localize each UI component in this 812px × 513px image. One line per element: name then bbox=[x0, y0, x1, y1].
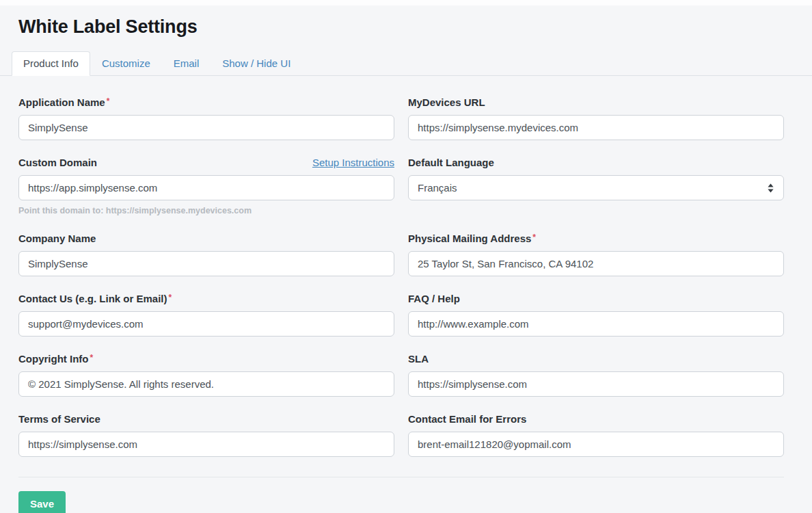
field-terms-of-service: Terms of Service bbox=[18, 412, 394, 457]
field-copyright-info: Copyright Info* bbox=[18, 352, 394, 397]
sla-input[interactable] bbox=[408, 371, 784, 397]
terms-of-service-input[interactable] bbox=[18, 432, 394, 457]
top-navbar-strip bbox=[0, 0, 812, 5]
field-faq-help: FAQ / Help bbox=[408, 291, 784, 337]
field-contact-us: Contact Us (e.g. Link or Email)* bbox=[18, 291, 394, 337]
default-language-select[interactable]: Français bbox=[408, 175, 784, 200]
field-application-name: Application Name* bbox=[18, 95, 394, 140]
contact-us-input[interactable] bbox=[18, 311, 394, 337]
required-asterisk: * bbox=[90, 353, 93, 363]
default-language-value: Français bbox=[418, 182, 457, 194]
contact-us-label: Contact Us (e.g. Link or Email)* bbox=[18, 291, 172, 306]
page-title: White Label Settings bbox=[18, 16, 784, 38]
contact-email-for-errors-label: Contact Email for Errors bbox=[408, 412, 526, 426]
field-physical-mailing-address: Physical Mailing Address* bbox=[408, 231, 784, 276]
product-info-form: Application Name* MyDevices URL Custom D… bbox=[18, 76, 784, 457]
tab-show-hide-ui[interactable]: Show / Hide UI bbox=[211, 51, 302, 76]
mydevices-url-label: MyDevices URL bbox=[408, 95, 485, 109]
contact-email-for-errors-input[interactable] bbox=[408, 432, 784, 457]
form-divider bbox=[18, 477, 784, 477]
setup-instructions-link[interactable]: Setup Instructions bbox=[312, 157, 394, 168]
field-mydevices-url: MyDevices URL bbox=[408, 95, 784, 140]
faq-help-label: FAQ / Help bbox=[408, 291, 460, 306]
field-default-language: Default Language Français bbox=[408, 155, 784, 216]
terms-of-service-label: Terms of Service bbox=[18, 412, 100, 426]
faq-help-input[interactable] bbox=[408, 311, 784, 337]
company-name-label: Company Name bbox=[18, 231, 96, 246]
custom-domain-label: Custom Domain bbox=[18, 155, 97, 170]
application-name-label: Application Name* bbox=[18, 95, 109, 109]
mydevices-url-input[interactable] bbox=[408, 115, 784, 140]
field-sla: SLA bbox=[408, 352, 784, 397]
settings-tabs: Product Info Customize Email Show / Hide… bbox=[0, 51, 812, 76]
required-asterisk: * bbox=[107, 96, 110, 106]
white-label-settings-page: White Label Settings Product Info Custom… bbox=[0, 5, 812, 513]
field-company-name: Company Name bbox=[18, 231, 394, 276]
required-asterisk: * bbox=[169, 293, 172, 302]
tab-product-info[interactable]: Product Info bbox=[12, 51, 90, 76]
default-language-label: Default Language bbox=[408, 155, 494, 170]
custom-domain-input[interactable] bbox=[18, 175, 394, 200]
sla-label: SLA bbox=[408, 352, 429, 366]
field-contact-email-for-errors: Contact Email for Errors bbox=[408, 412, 784, 457]
tab-customize[interactable]: Customize bbox=[90, 51, 162, 76]
select-arrows-icon bbox=[767, 183, 774, 193]
physical-mailing-address-label: Physical Mailing Address* bbox=[408, 231, 536, 246]
save-button[interactable]: Save bbox=[18, 491, 66, 513]
physical-mailing-address-input[interactable] bbox=[408, 251, 784, 276]
company-name-input[interactable] bbox=[18, 251, 394, 276]
field-custom-domain: Custom Domain Setup Instructions Point t… bbox=[18, 155, 394, 216]
custom-domain-helper: Point this domain to: https://simplysens… bbox=[18, 205, 394, 216]
copyright-info-input[interactable] bbox=[18, 371, 394, 397]
tab-email[interactable]: Email bbox=[162, 51, 211, 76]
copyright-info-label: Copyright Info* bbox=[18, 352, 93, 366]
required-asterisk: * bbox=[532, 233, 536, 242]
application-name-input[interactable] bbox=[18, 115, 394, 140]
